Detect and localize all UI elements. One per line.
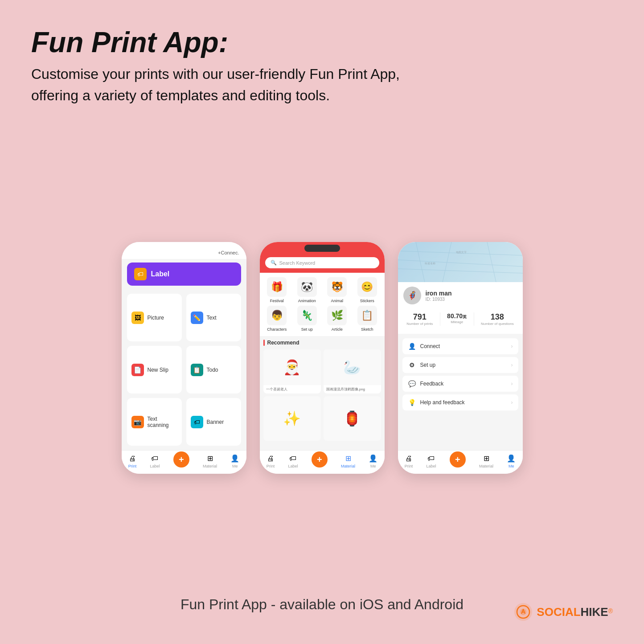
cat-article[interactable]: 🌿 Article	[324, 306, 351, 332]
menu-item-textscanning[interactable]: 📷 Text scanning	[127, 398, 182, 446]
stat-prints-label: Number of prints	[406, 322, 433, 326]
brand-footer: SOCIALHIKE®	[513, 602, 613, 622]
phone3-menu-help[interactable]: 💡 Help and feedback ›	[402, 394, 518, 410]
phone2-nav-funprint-btn[interactable]: +	[312, 451, 328, 468]
recommend-card-2-label: 国画漫流丹顶鹤图像.png	[324, 385, 381, 394]
stat-divider-2	[474, 312, 474, 326]
phone3-nav-print[interactable]: 🖨 Print	[405, 455, 413, 468]
recommend-card-3-img: ✨	[263, 396, 321, 441]
stat-divider-1	[440, 312, 440, 326]
nav-label[interactable]: 🏷 Label	[150, 455, 160, 468]
help-icon: 💡	[408, 399, 417, 406]
phone2-search-bar[interactable]: 🔍 Search Keyword	[260, 254, 385, 273]
menu-label-todo: Todo	[207, 367, 218, 373]
cat-setup[interactable]: 🦎 Set up	[293, 306, 321, 332]
setup-arrow-icon: ›	[511, 362, 513, 368]
cat-article-label: Article	[332, 327, 343, 332]
brand-logo-icon	[513, 602, 533, 622]
stickers-icon: 😊	[357, 277, 377, 297]
cat-characters-label: Characters	[267, 327, 287, 332]
recommend-card-4[interactable]: 🏮	[324, 396, 381, 441]
recommend-card-1-label: 一个圣诞老人	[263, 385, 321, 394]
sketch-icon: 📋	[357, 306, 377, 325]
svg-line-5	[487, 242, 496, 282]
menu-item-banner[interactable]: 🏷 Banner	[186, 398, 241, 446]
menu-label-newslip: New Slip	[148, 367, 168, 373]
phone2-nav-material[interactable]: ⊞ Material	[341, 454, 355, 468]
menu-item-text[interactable]: ✏️ Text	[186, 294, 241, 341]
cat-setup-label: Set up	[301, 327, 313, 332]
phone3-menu-feedback[interactable]: 💬 Feedback ›	[402, 376, 518, 392]
phone1-label-header: 🏷 Label	[127, 263, 241, 286]
phone1-topbar: +Connec.	[122, 242, 246, 259]
search-input-box[interactable]: 🔍 Search Keyword	[265, 257, 379, 268]
recommend-card-3[interactable]: ✨	[263, 396, 321, 441]
app-title: Fun Print App:	[31, 27, 613, 58]
map-svg: 地图文字 街道名称	[398, 242, 523, 282]
nav-funprint-btn[interactable]: +	[173, 451, 189, 468]
cat-festival[interactable]: 🎁 Festival	[263, 277, 291, 303]
phone2-notch	[260, 242, 385, 254]
search-icon: 🔍	[271, 260, 277, 266]
svg-line-2	[398, 269, 523, 273]
phone3-menu-connect[interactable]: 👤 Connect ›	[402, 338, 518, 354]
stat-questions-label: Number of questions	[481, 322, 514, 326]
menu-item-newslip[interactable]: 📄 New Slip	[127, 346, 182, 394]
phone2-nav-label[interactable]: 🏷 Label	[288, 455, 298, 468]
nav-material[interactable]: ⊞ Material	[203, 454, 217, 468]
setup-menu-icon: ⚙	[408, 361, 417, 369]
phone2-nav-me[interactable]: 👤 Me	[369, 454, 377, 468]
todo-icon: 📋	[191, 364, 203, 376]
avatar: 🦸	[403, 287, 421, 304]
cat-animation[interactable]: 🐼 Animation	[293, 277, 321, 303]
feedback-icon: 💬	[408, 380, 417, 387]
svg-text:地图文字: 地图文字	[455, 250, 467, 254]
nav-print[interactable]: 🖨 Print	[128, 455, 137, 468]
material-icon: ⊞	[207, 454, 213, 463]
phones-section: +Connec. 🏷 Label 🖼 Picture ✏️ Text	[31, 133, 613, 583]
brand-reg: ®	[608, 607, 613, 614]
cat-animal[interactable]: 🐯 Animal	[324, 277, 351, 303]
phone3-nav-print-label: Print	[405, 464, 413, 468]
cat-characters[interactable]: 👦 Characters	[263, 306, 291, 332]
label-nav-icon: 🏷	[151, 455, 158, 463]
recommend-card-2[interactable]: 🦢 国画漫流丹顶鹤图像.png	[324, 349, 381, 394]
phone3-nav-me[interactable]: 👤 Me	[507, 454, 516, 468]
phone-1: +Connec. 🏷 Label 🖼 Picture ✏️ Text	[122, 242, 246, 474]
menu-item-picture[interactable]: 🖼 Picture	[127, 294, 182, 341]
subtitle-line2: offering a variety of templates and edit…	[31, 87, 330, 103]
phone3-nav-funprint-btn[interactable]: +	[450, 451, 466, 468]
recommend-card-1[interactable]: 🎅 一个圣诞老人	[263, 349, 321, 394]
label-icon: 🏷	[134, 268, 147, 280]
recommend-bar	[263, 340, 265, 346]
nav-material-label: Material	[203, 464, 217, 468]
cat-stickers[interactable]: 😊 Stickers	[353, 277, 381, 303]
phone3-menu-setup[interactable]: ⚙ Set up ›	[402, 357, 518, 373]
phone3-nav-label[interactable]: 🏷 Label	[426, 455, 436, 468]
setup-icon: 🦎	[297, 306, 317, 325]
phone3-material-icon: ⊞	[484, 454, 489, 463]
cat-sketch[interactable]: 📋 Sketch	[353, 306, 381, 332]
menu-label-textscanning: Text scanning	[148, 416, 177, 428]
recommend-text: Recommend	[267, 340, 299, 346]
characters-icon: 👦	[267, 306, 287, 325]
notch-oval	[304, 245, 340, 252]
phone2-bottom-nav: 🖨 Print 🏷 Label + ⊞ Material 👤 Me	[260, 450, 385, 474]
nav-me[interactable]: 👤 Me	[230, 454, 239, 468]
phone3-menu: 👤 Connect › ⚙ Set up › 💬 Feedback ›	[398, 334, 523, 450]
phone3-nav-material[interactable]: ⊞ Material	[479, 454, 493, 468]
phone3-label-icon: 🏷	[427, 455, 435, 463]
search-placeholder: Search Keyword	[279, 260, 316, 266]
stat-questions-value: 138	[491, 312, 504, 322]
phone2-me-icon: 👤	[369, 454, 377, 463]
profile-stats: 791 Number of prints 80.70英 Mileage	[403, 309, 517, 329]
phone3-me-icon: 👤	[507, 454, 516, 463]
stat-prints-value: 791	[413, 312, 427, 322]
profile-name: iron man	[426, 290, 517, 297]
profile-row: 🦸 iron man ID: 10933	[403, 287, 517, 304]
recommend-card-4-img: 🏮	[324, 396, 381, 441]
phone2-nav-print[interactable]: 🖨 Print	[267, 455, 275, 468]
menu-item-todo[interactable]: 📋 Todo	[186, 346, 241, 394]
phone2-nav-label-label: Label	[288, 464, 298, 468]
phone1-grid: 🖼 Picture ✏️ Text 📄 New Slip 📋 Todo	[122, 289, 246, 450]
